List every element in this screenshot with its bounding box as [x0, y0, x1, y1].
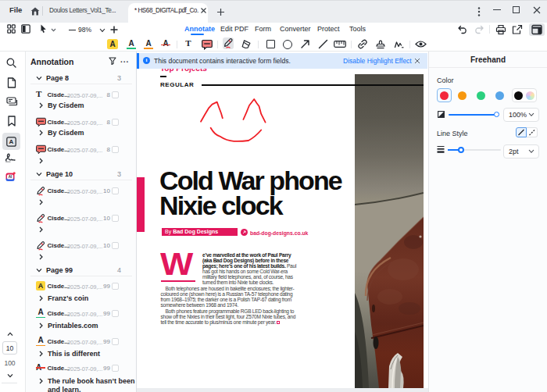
svg-text:AI: AI [9, 175, 13, 179]
